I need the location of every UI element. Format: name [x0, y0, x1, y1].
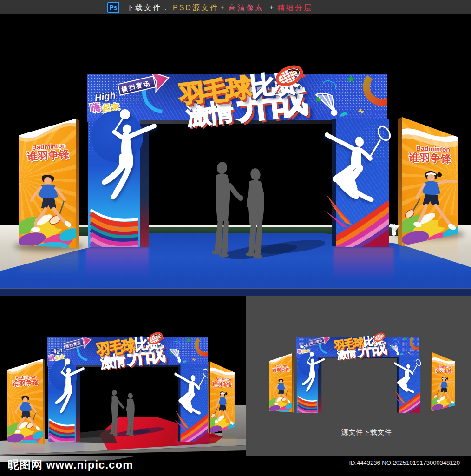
svg-text:嗨: 嗨: [90, 101, 102, 114]
svg-text:嗨: 嗨: [297, 348, 302, 354]
svg-text:嗨: 嗨: [48, 353, 55, 362]
